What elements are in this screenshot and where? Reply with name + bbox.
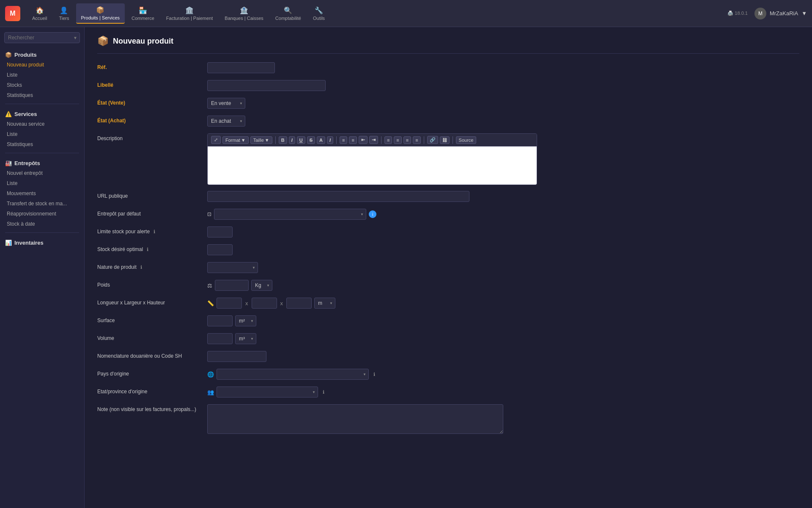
nav-item-commerce[interactable]: 🏪 Commerce: [126, 4, 159, 23]
surface-input[interactable]: [207, 315, 233, 326]
surface-unit-select[interactable]: m² cm²: [235, 315, 256, 326]
dim-length-input[interactable]: [217, 298, 242, 309]
pays-info-icon[interactable]: ℹ: [371, 371, 377, 377]
sidebar-item-stock-date[interactable]: Stock à date: [0, 219, 84, 229]
sidebar-item-nouveau-produit[interactable]: Nouveau produit: [0, 60, 84, 70]
editor-taille-btn[interactable]: Taille ▼: [250, 136, 272, 144]
nav-item-facturation[interactable]: 🏛️ Facturation | Paiement: [161, 4, 218, 23]
toolbar-divider-2: [336, 136, 337, 144]
entrepot-control: ⊡ i: [207, 209, 799, 220]
sidebar-item-mouvements[interactable]: Mouvements: [0, 188, 84, 199]
note-control: [207, 404, 799, 434]
libelle-input[interactable]: [207, 80, 326, 91]
sidebar-divider-1: [5, 104, 79, 104]
poids-unit-select[interactable]: Kg g lb: [251, 280, 272, 291]
outils-icon: 🔧: [315, 6, 323, 14]
search-input[interactable]: [4, 32, 80, 43]
url-input[interactable]: [207, 191, 469, 202]
sidebar-item-liste-produits[interactable]: Liste: [0, 70, 84, 80]
editor-align-center-btn[interactable]: ≡: [394, 136, 401, 144]
limite-stock-input[interactable]: [207, 226, 233, 237]
editor-body[interactable]: [208, 146, 537, 185]
form-row-stock-desire: Stock désiré optimal ℹ: [97, 244, 799, 256]
volume-input[interactable]: [207, 333, 233, 344]
sidebar-item-transfert[interactable]: Transfert de stock en ma...: [0, 199, 84, 209]
dim-unit-select[interactable]: m cm mm: [314, 298, 335, 309]
ref-control-wrapper: [207, 62, 799, 73]
app-logo[interactable]: M: [5, 6, 20, 21]
sidebar-divider-2: [5, 153, 79, 153]
ruler-icon: 📏: [207, 300, 214, 306]
pays-select[interactable]: [217, 369, 369, 380]
editor-unlink-btn[interactable]: ⛓: [440, 136, 450, 144]
toolbar-divider-5: [453, 136, 453, 144]
dim-width-input[interactable]: [252, 298, 277, 309]
editor-source-btn[interactable]: Source: [456, 136, 477, 144]
nomenclature-input[interactable]: [207, 351, 266, 362]
form-row-surface: Surface m² cm²: [97, 315, 799, 327]
facturation-icon: 🏛️: [185, 6, 194, 14]
dim-unit-wrapper: m cm mm: [314, 298, 335, 309]
province-select[interactable]: [217, 387, 318, 398]
entrepot-icon: ⊡: [207, 211, 211, 217]
limite-stock-info-icon[interactable]: ℹ: [151, 229, 157, 235]
sidebar-item-liste-entrepots[interactable]: Liste: [0, 178, 84, 188]
form-row-dimensions: Longueur x Largeur x Hauteur 📏 x x m cm …: [97, 298, 799, 309]
nav-item-tiers[interactable]: 👤 Tiers: [54, 4, 74, 23]
editor-align-left-btn[interactable]: ≡: [384, 136, 392, 144]
editor-underline-btn[interactable]: U: [297, 136, 305, 144]
etat-vente-select[interactable]: En vente Hors vente: [207, 98, 245, 109]
editor-expand-btn[interactable]: ⤢: [211, 136, 221, 144]
entrepot-info-btn[interactable]: i: [369, 210, 376, 218]
editor-ul-btn[interactable]: ≡: [349, 136, 357, 144]
sidebar-item-stats-produits[interactable]: Statistiques: [0, 90, 84, 100]
label-etat-vente: État (Vente): [97, 98, 207, 106]
nav-item-outils[interactable]: 🔧 Outils: [308, 4, 330, 23]
editor-format-btn[interactable]: Format ▼: [222, 136, 249, 144]
nav-items-container: 🏠 Accueil 👤 Tiers 📦 Produits | Services …: [27, 3, 727, 24]
editor-strike-btn[interactable]: S: [307, 136, 315, 144]
user-menu[interactable]: M MrZaKaRiA ▼: [754, 8, 807, 19]
form-row-url: URL publique: [97, 191, 799, 203]
nav-item-banques[interactable]: 🏦 Banques | Caisses: [219, 4, 269, 23]
sidebar-item-stocks[interactable]: Stocks: [0, 80, 84, 90]
poids-input[interactable]: [215, 280, 249, 291]
globe-icon: 🌐: [207, 371, 214, 378]
entrepot-select[interactable]: [214, 209, 366, 220]
editor-align-right-btn[interactable]: ≡: [403, 136, 411, 144]
nature-info-icon[interactable]: ℹ: [138, 264, 144, 270]
nav-item-comptabilite[interactable]: 🔍 Comptabilité: [270, 4, 306, 23]
nav-item-produits-services[interactable]: 📦 Produits | Services: [76, 3, 125, 24]
nav-item-accueil[interactable]: 🏠 Accueil: [27, 4, 52, 23]
stock-desire-info-icon[interactable]: ℹ: [145, 246, 151, 252]
sidebar-item-nouvel-entrepot[interactable]: Nouvel entrepôt: [0, 168, 84, 178]
editor-link-btn[interactable]: 🔗: [427, 136, 438, 144]
label-surface: Surface: [97, 315, 207, 323]
editor-italic-btn[interactable]: I: [289, 136, 295, 144]
form-row-note: Note (non visible sur les factures, prop…: [97, 404, 799, 434]
editor-bold-btn[interactable]: B: [279, 136, 287, 144]
sidebar-item-liste-services[interactable]: Liste: [0, 129, 84, 139]
stock-desire-input[interactable]: [207, 244, 233, 255]
libelle-control-wrapper: [207, 80, 799, 91]
editor-indent-left-btn[interactable]: ⇤: [359, 136, 368, 144]
sidebar-item-stats-services[interactable]: Statistiques: [0, 139, 84, 149]
note-textarea[interactable]: [207, 404, 503, 434]
editor-italic2-btn[interactable]: I: [327, 136, 333, 144]
etat-achat-select[interactable]: En achat Hors achat: [207, 116, 245, 127]
editor-ol-btn[interactable]: ≡: [340, 136, 347, 144]
province-control: 👥 ℹ: [207, 387, 799, 398]
volume-unit-select[interactable]: m³ cm³: [235, 333, 256, 344]
ref-input[interactable]: [207, 62, 275, 73]
editor-fontcolor-btn[interactable]: A: [317, 136, 325, 144]
dim-x2: x: [280, 300, 284, 306]
poids-unit-wrapper: Kg g lb: [251, 280, 272, 291]
sidebar-item-reappro[interactable]: Réapprovisionnement: [0, 209, 84, 219]
sidebar-section-services: ⚠️ Services: [0, 108, 84, 119]
editor-align-justify-btn[interactable]: ≡: [413, 136, 420, 144]
province-info-icon[interactable]: ℹ: [321, 389, 326, 395]
nature-select[interactable]: Matière première Produit fini: [207, 262, 258, 273]
editor-indent-right-btn[interactable]: ⇥: [369, 136, 378, 144]
dim-height-input[interactable]: [286, 298, 312, 309]
sidebar-item-nouveau-service[interactable]: Nouveau service: [0, 119, 84, 129]
